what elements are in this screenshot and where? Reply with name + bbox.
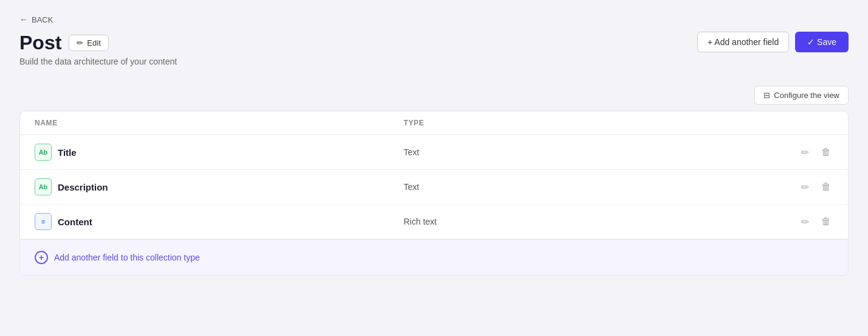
back-arrow-icon: ←	[19, 15, 28, 24]
page-subtitle: Build the data architecture of your cont…	[19, 57, 177, 66]
edit-field-title-button[interactable]: ✏	[799, 144, 811, 161]
table-row: Ab Title Text ✏ 🗑	[20, 135, 848, 170]
table-row: ≡ Content Rich text ✏ 🗑	[20, 205, 848, 239]
text-field-icon-description: Ab	[35, 178, 52, 195]
row-actions-description: ✏ 🗑	[773, 179, 833, 195]
field-name-content: Content	[58, 217, 92, 227]
edit-button[interactable]: ✏ Edit	[69, 35, 108, 51]
delete-field-content-button[interactable]: 🗑	[819, 214, 833, 229]
page-header: Post ✏ Edit Build the data architecture …	[19, 32, 849, 66]
delete-field-description-button[interactable]: 🗑	[819, 179, 833, 195]
col-type-header: TYPE	[404, 119, 773, 127]
table-header: NAME TYPE	[20, 111, 848, 135]
save-button[interactable]: ✓ Save	[795, 32, 849, 52]
add-collection-field-label: Add another field to this collection typ…	[54, 253, 200, 262]
plus-circle-icon: +	[35, 251, 48, 264]
table-row: Ab Description Text ✏ 🗑	[20, 170, 848, 205]
field-name-cell-title: Ab Title	[35, 144, 404, 161]
field-type-description: Text	[404, 182, 773, 192]
fields-table: NAME TYPE Ab Title Text ✏ 🗑 Ab Descripti…	[19, 111, 849, 276]
field-type-title: Text	[404, 147, 773, 157]
title-row: Post ✏ Edit	[19, 32, 177, 54]
richtext-field-icon-content: ≡	[35, 213, 52, 230]
configure-view-button[interactable]: ⊟ Configure the view	[754, 86, 849, 105]
page-title: Post	[19, 32, 61, 54]
text-field-icon-title: Ab	[35, 144, 52, 161]
header-left: Post ✏ Edit Build the data architecture …	[19, 32, 177, 66]
field-name-description: Description	[58, 182, 108, 192]
configure-row: ⊟ Configure the view	[19, 86, 849, 105]
field-name-cell-content: ≡ Content	[35, 213, 404, 230]
field-name-cell-description: Ab Description	[35, 178, 404, 195]
edit-field-content-button[interactable]: ✏	[799, 214, 811, 230]
sliders-icon: ⊟	[763, 91, 770, 100]
field-type-content: Rich text	[404, 217, 773, 226]
back-label: BACK	[32, 15, 53, 24]
row-actions-content: ✏ 🗑	[773, 214, 833, 230]
header-actions: + Add another field ✓ Save	[697, 32, 849, 52]
field-name-title: Title	[58, 147, 77, 158]
col-name-header: NAME	[35, 119, 404, 127]
edit-field-description-button[interactable]: ✏	[799, 179, 811, 195]
row-actions-title: ✏ 🗑	[773, 144, 833, 161]
add-collection-field-row[interactable]: + Add another field to this collection t…	[20, 239, 848, 275]
back-link[interactable]: ← BACK	[19, 15, 53, 24]
pencil-icon: ✏	[77, 38, 83, 47]
delete-field-title-button[interactable]: 🗑	[819, 144, 833, 160]
add-another-field-button[interactable]: + Add another field	[697, 32, 789, 52]
